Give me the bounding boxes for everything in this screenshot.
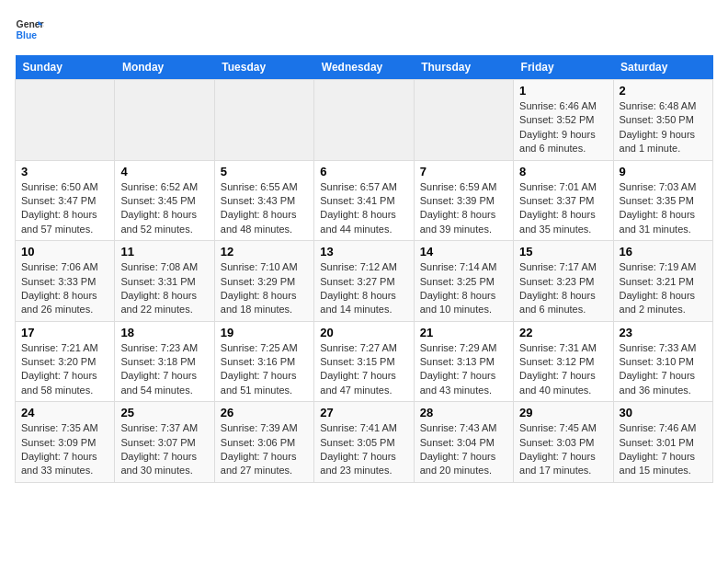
day-number: 29 <box>519 406 607 419</box>
calendar-cell: 13Sunrise: 7:12 AM Sunset: 3:27 PM Dayli… <box>314 241 414 322</box>
day-info: Sunrise: 7:25 AM Sunset: 3:16 PM Dayligh… <box>221 341 308 398</box>
calendar-cell: 16Sunrise: 7:19 AM Sunset: 3:21 PM Dayli… <box>613 241 712 322</box>
day-info: Sunrise: 6:57 AM Sunset: 3:41 PM Dayligh… <box>320 180 407 237</box>
calendar-cell: 26Sunrise: 7:39 AM Sunset: 3:06 PM Dayli… <box>214 402 313 483</box>
calendar-table: SundayMondayTuesdayWednesdayThursdayFrid… <box>15 55 713 483</box>
day-number: 15 <box>519 245 607 259</box>
day-number: 16 <box>620 245 707 259</box>
calendar-cell: 19Sunrise: 7:25 AM Sunset: 3:16 PM Dayli… <box>214 321 313 402</box>
calendar-cell: 2Sunrise: 6:48 AM Sunset: 3:50 PM Daylig… <box>613 80 712 161</box>
day-number: 5 <box>221 165 308 178</box>
calendar-cell <box>414 80 513 161</box>
weekday-header: Sunday <box>16 55 115 80</box>
day-number: 4 <box>120 165 208 178</box>
calendar-cell: 17Sunrise: 7:21 AM Sunset: 3:20 PM Dayli… <box>16 321 115 402</box>
day-info: Sunrise: 7:19 AM Sunset: 3:21 PM Dayligh… <box>620 260 707 317</box>
day-info: Sunrise: 7:35 AM Sunset: 3:09 PM Dayligh… <box>21 421 108 478</box>
calendar-cell: 6Sunrise: 6:57 AM Sunset: 3:41 PM Daylig… <box>314 160 414 241</box>
calendar-cell: 18Sunrise: 7:23 AM Sunset: 3:18 PM Dayli… <box>115 321 214 402</box>
day-info: Sunrise: 6:50 AM Sunset: 3:47 PM Dayligh… <box>21 180 108 237</box>
day-number: 7 <box>420 165 507 178</box>
calendar-week-row: 17Sunrise: 7:21 AM Sunset: 3:20 PM Dayli… <box>16 321 713 402</box>
day-number: 11 <box>120 245 208 259</box>
day-info: Sunrise: 7:01 AM Sunset: 3:37 PM Dayligh… <box>519 180 607 237</box>
day-info: Sunrise: 7:33 AM Sunset: 3:10 PM Dayligh… <box>620 341 707 398</box>
day-number: 21 <box>420 326 507 339</box>
day-info: Sunrise: 7:23 AM Sunset: 3:18 PM Dayligh… <box>120 341 208 398</box>
calendar-cell: 28Sunrise: 7:43 AM Sunset: 3:04 PM Dayli… <box>414 402 513 483</box>
calendar-cell: 5Sunrise: 6:55 AM Sunset: 3:43 PM Daylig… <box>214 160 313 241</box>
weekday-header-row: SundayMondayTuesdayWednesdayThursdayFrid… <box>16 55 713 80</box>
calendar-week-row: 3Sunrise: 6:50 AM Sunset: 3:47 PM Daylig… <box>16 160 713 241</box>
calendar-cell: 24Sunrise: 7:35 AM Sunset: 3:09 PM Dayli… <box>16 402 115 483</box>
day-number: 2 <box>620 84 707 98</box>
day-info: Sunrise: 7:14 AM Sunset: 3:25 PM Dayligh… <box>420 260 507 317</box>
day-number: 22 <box>519 326 607 339</box>
day-number: 9 <box>620 165 707 178</box>
day-number: 10 <box>21 245 108 259</box>
calendar-cell: 3Sunrise: 6:50 AM Sunset: 3:47 PM Daylig… <box>16 160 115 241</box>
day-info: Sunrise: 7:46 AM Sunset: 3:01 PM Dayligh… <box>620 421 707 478</box>
calendar-cell: 11Sunrise: 7:08 AM Sunset: 3:31 PM Dayli… <box>115 241 214 322</box>
day-info: Sunrise: 6:48 AM Sunset: 3:50 PM Dayligh… <box>620 99 707 156</box>
weekday-header: Thursday <box>414 55 513 80</box>
calendar-cell: 20Sunrise: 7:27 AM Sunset: 3:15 PM Dayli… <box>314 321 414 402</box>
day-number: 6 <box>320 165 407 178</box>
day-info: Sunrise: 6:52 AM Sunset: 3:45 PM Dayligh… <box>120 180 208 237</box>
calendar-cell: 21Sunrise: 7:29 AM Sunset: 3:13 PM Dayli… <box>414 321 513 402</box>
day-info: Sunrise: 7:37 AM Sunset: 3:07 PM Dayligh… <box>120 421 208 478</box>
day-number: 23 <box>620 326 707 339</box>
day-info: Sunrise: 7:29 AM Sunset: 3:13 PM Dayligh… <box>420 341 507 398</box>
day-info: Sunrise: 6:55 AM Sunset: 3:43 PM Dayligh… <box>221 180 308 237</box>
day-info: Sunrise: 7:39 AM Sunset: 3:06 PM Dayligh… <box>221 421 308 478</box>
calendar-cell: 8Sunrise: 7:01 AM Sunset: 3:37 PM Daylig… <box>514 160 613 241</box>
day-info: Sunrise: 7:45 AM Sunset: 3:03 PM Dayligh… <box>519 421 607 478</box>
weekday-header: Friday <box>514 55 613 80</box>
calendar-cell: 14Sunrise: 7:14 AM Sunset: 3:25 PM Dayli… <box>414 241 513 322</box>
weekday-header: Saturday <box>613 55 712 80</box>
page-header: General Blue <box>15 15 713 44</box>
day-info: Sunrise: 6:59 AM Sunset: 3:39 PM Dayligh… <box>420 180 507 237</box>
calendar-cell <box>16 80 115 161</box>
day-info: Sunrise: 7:17 AM Sunset: 3:23 PM Dayligh… <box>519 260 607 317</box>
day-number: 27 <box>320 406 407 419</box>
day-info: Sunrise: 7:06 AM Sunset: 3:33 PM Dayligh… <box>21 260 108 317</box>
day-info: Sunrise: 7:03 AM Sunset: 3:35 PM Dayligh… <box>620 180 707 237</box>
weekday-header: Monday <box>115 55 214 80</box>
day-info: Sunrise: 7:12 AM Sunset: 3:27 PM Dayligh… <box>320 260 407 317</box>
day-info: Sunrise: 7:31 AM Sunset: 3:12 PM Dayligh… <box>519 341 607 398</box>
day-number: 28 <box>420 406 507 419</box>
day-info: Sunrise: 7:27 AM Sunset: 3:15 PM Dayligh… <box>320 341 407 398</box>
day-number: 17 <box>21 326 108 339</box>
day-info: Sunrise: 7:41 AM Sunset: 3:05 PM Dayligh… <box>320 421 407 478</box>
day-number: 18 <box>120 326 208 339</box>
day-number: 26 <box>221 406 308 419</box>
day-number: 1 <box>519 84 607 98</box>
day-number: 14 <box>420 245 507 259</box>
day-number: 30 <box>620 406 707 419</box>
day-number: 8 <box>519 165 607 178</box>
logo: General Blue <box>15 15 48 44</box>
calendar-cell: 15Sunrise: 7:17 AM Sunset: 3:23 PM Dayli… <box>514 241 613 322</box>
calendar-cell: 12Sunrise: 7:10 AM Sunset: 3:29 PM Dayli… <box>214 241 313 322</box>
weekday-header: Tuesday <box>214 55 313 80</box>
day-info: Sunrise: 7:08 AM Sunset: 3:31 PM Dayligh… <box>120 260 208 317</box>
day-info: Sunrise: 7:21 AM Sunset: 3:20 PM Dayligh… <box>21 341 108 398</box>
calendar-cell <box>214 80 313 161</box>
day-info: Sunrise: 6:46 AM Sunset: 3:52 PM Dayligh… <box>519 99 607 156</box>
day-number: 25 <box>120 406 208 419</box>
logo-icon: General Blue <box>15 15 44 44</box>
calendar-cell: 30Sunrise: 7:46 AM Sunset: 3:01 PM Dayli… <box>613 402 712 483</box>
day-number: 19 <box>221 326 308 339</box>
calendar-cell: 29Sunrise: 7:45 AM Sunset: 3:03 PM Dayli… <box>514 402 613 483</box>
calendar-cell <box>115 80 214 161</box>
calendar-cell: 1Sunrise: 6:46 AM Sunset: 3:52 PM Daylig… <box>514 80 613 161</box>
calendar-cell <box>314 80 414 161</box>
calendar-week-row: 1Sunrise: 6:46 AM Sunset: 3:52 PM Daylig… <box>16 80 713 161</box>
day-info: Sunrise: 7:43 AM Sunset: 3:04 PM Dayligh… <box>420 421 507 478</box>
calendar-cell: 9Sunrise: 7:03 AM Sunset: 3:35 PM Daylig… <box>613 160 712 241</box>
day-number: 24 <box>21 406 108 419</box>
calendar-cell: 25Sunrise: 7:37 AM Sunset: 3:07 PM Dayli… <box>115 402 214 483</box>
weekday-header: Wednesday <box>314 55 414 80</box>
day-number: 20 <box>320 326 407 339</box>
